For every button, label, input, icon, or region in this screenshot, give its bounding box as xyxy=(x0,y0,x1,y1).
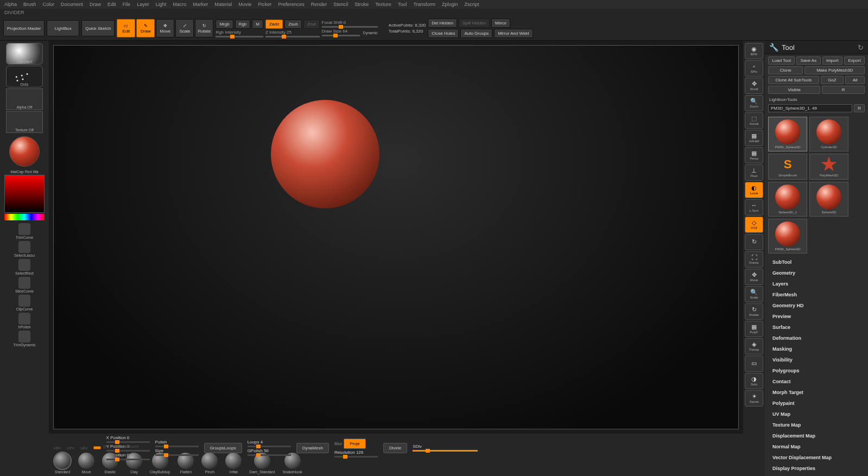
rotate-mode-button[interactable]: ↻Rotate xyxy=(195,19,213,37)
section-layers[interactable]: Layers xyxy=(765,278,868,289)
section-surface[interactable]: Surface xyxy=(765,322,868,333)
shelf-floor[interactable]: ⊥Floor xyxy=(745,164,763,181)
tool-cylinder3d[interactable]: Cylinder3D xyxy=(809,117,848,151)
draw-size-slider[interactable]: Draw Size 64 xyxy=(322,29,360,36)
shelf-aahalf[interactable]: ▦AAHalf xyxy=(745,130,763,146)
zadd-button[interactable]: Zadd xyxy=(265,20,283,29)
menu-preferences[interactable]: Preferences xyxy=(278,2,305,7)
edit-mode-button[interactable]: ▭Edit xyxy=(117,19,135,37)
rp-load-tool[interactable]: Load Tool xyxy=(768,56,795,65)
menu-render[interactable]: Render xyxy=(311,2,327,7)
section-visibility[interactable]: Visibility xyxy=(765,354,868,365)
menu-color[interactable]: Color xyxy=(43,2,55,7)
brush-standard[interactable]: Standard xyxy=(54,453,71,474)
section-normal-map[interactable]: Normal Map xyxy=(765,441,868,452)
tool-sphere3d[interactable]: Sphere3D xyxy=(809,182,848,217)
menu-zplugin[interactable]: Zplugin xyxy=(442,2,458,7)
shelf-frame[interactable]: ⛶Frame xyxy=(745,251,763,268)
tool-pm3d_sphere3d[interactable]: PM3D_Sphere3D xyxy=(768,219,807,253)
shelf-zoom[interactable]: 🔍Zoom xyxy=(745,95,763,111)
auto-groups-button[interactable]: Auto Groups xyxy=(460,29,492,38)
menu-marker[interactable]: Marker xyxy=(193,2,208,7)
focal-shift-slider[interactable]: Focal Shift 0 xyxy=(322,20,378,28)
section-uv-map[interactable]: UV Map xyxy=(765,409,868,420)
move-mode-button[interactable]: ✥Move xyxy=(156,19,174,37)
menu-alpha[interactable]: Alpha xyxy=(4,2,17,7)
hue-bar[interactable] xyxy=(4,214,45,220)
menu-document[interactable]: Document xyxy=(61,2,83,7)
section-unified-skin[interactable]: Unified Skin xyxy=(765,474,868,476)
r-button[interactable]: R xyxy=(854,104,865,112)
rgb-button[interactable]: Rgb xyxy=(235,20,251,29)
section-geometry[interactable]: Geometry xyxy=(765,268,868,278)
menu-stroke[interactable]: Stroke xyxy=(354,2,369,7)
menu-layer[interactable]: Layer xyxy=(137,2,149,7)
shelf-actual[interactable]: ⬚Actual xyxy=(745,112,763,129)
lightbox-button[interactable]: LightBox xyxy=(47,20,79,36)
material-swatch[interactable] xyxy=(9,136,40,167)
brush-swatch[interactable]: Standard xyxy=(6,43,43,65)
z-intensity-slider[interactable]: Z Intensity 25 xyxy=(265,30,320,37)
projection-master-button[interactable]: Projection Master xyxy=(3,20,45,36)
brush-inflat[interactable]: Inflat xyxy=(225,453,242,474)
menu-material[interactable]: Material xyxy=(214,2,232,7)
brush-move[interactable]: Move xyxy=(78,453,94,474)
shelf-scroll[interactable]: ✥Scroll xyxy=(745,78,763,94)
section-vector-displacement-map[interactable]: Vector Displacement Map xyxy=(765,452,868,463)
shelf-rotate[interactable]: ↻Rotate xyxy=(745,303,763,320)
shelf-l.sym[interactable]: ↔L.Sym xyxy=(745,199,763,215)
left-tool-slicecurve[interactable]: SliceCurve xyxy=(14,277,36,293)
section-subtool[interactable]: SubTool xyxy=(765,257,868,268)
rp-visible[interactable]: Visible xyxy=(768,86,820,94)
brush-elastic[interactable]: Elastic xyxy=(102,453,118,474)
left-tool-selectlasso[interactable]: SelectLasso xyxy=(14,241,36,257)
menu-zscript[interactable]: Zscript xyxy=(465,2,479,7)
rp-save-as[interactable]: Save As xyxy=(796,56,820,65)
shelf-transp[interactable]: ◈Transp xyxy=(745,338,763,354)
menu-edit[interactable]: Edit xyxy=(107,2,116,7)
shelf-xyz[interactable]: ◇XYZ xyxy=(745,217,763,233)
rp-clone-all-subtools[interactable]: Clone All SubTools xyxy=(768,76,819,84)
section-geometry-hd[interactable]: Geometry HD xyxy=(765,300,868,311)
left-tool-trimdynamic[interactable]: TrimDynamic xyxy=(14,331,36,347)
shelf-spix[interactable]: ▫SPix xyxy=(745,60,763,77)
left-tool-trimcurve[interactable]: TrimCurve xyxy=(14,223,36,239)
section-display-properties[interactable]: Display Properties xyxy=(765,463,868,474)
left-tool-clipcurve[interactable]: ClipCurve xyxy=(14,295,36,311)
section-deformation[interactable]: Deformation xyxy=(765,333,868,344)
menu-brush[interactable]: Brush xyxy=(23,2,36,7)
rp-r[interactable]: R xyxy=(822,86,865,94)
section-preview[interactable]: Preview xyxy=(765,311,868,322)
mrgb-button[interactable]: Mrgb xyxy=(216,20,233,29)
tool-pm3d_sphere3d[interactable]: PM3D_Sphere3D xyxy=(768,117,807,151)
shelf-xpose[interactable]: ✶Xpose xyxy=(745,390,763,407)
section-texture-map[interactable]: Texture Map xyxy=(765,420,868,430)
zsub-button[interactable]: Zsub xyxy=(284,20,302,29)
section-contact[interactable]: Contact xyxy=(765,376,868,387)
rp-export[interactable]: Export xyxy=(844,56,865,65)
close-holes-button[interactable]: Close Holes xyxy=(428,29,459,38)
tool-simplebrush[interactable]: SSimpleBrush xyxy=(768,154,807,180)
left-tool-selectrect[interactable]: SelectRect xyxy=(14,259,36,275)
menu-macro[interactable]: Macro xyxy=(173,2,186,7)
draw-mode-button[interactable]: ✎Draw xyxy=(136,19,155,37)
left-tool-hpolish[interactable]: hPolish xyxy=(14,313,36,329)
mesh-sphere[interactable] xyxy=(271,100,379,208)
del-hidden-button[interactable]: Del Hidden xyxy=(428,18,457,28)
color-picker[interactable] xyxy=(4,175,45,213)
rp-all[interactable]: All xyxy=(845,76,865,84)
rp-goz[interactable]: GoZ xyxy=(821,76,844,84)
brush-clay[interactable]: Clay xyxy=(126,453,142,474)
section-morph-target[interactable]: Morph Target xyxy=(765,387,868,398)
rgb-intensity-slider[interactable]: Rgb Intensity xyxy=(216,30,263,37)
dynamic-label[interactable]: Dynamic xyxy=(363,31,378,35)
split-hidden-button[interactable]: Split Hidden xyxy=(459,18,490,28)
shelf-local[interactable]: ◐Local xyxy=(745,182,763,198)
tool-sphere3d_1[interactable]: Sphere3D_1 xyxy=(768,182,807,217)
m-button[interactable]: M xyxy=(252,20,263,29)
x-position-slider[interactable]: X Position 0 xyxy=(106,435,150,443)
mirror-weld-button[interactable]: Mirror And Weld xyxy=(494,29,533,38)
menu-texture[interactable]: Texture xyxy=(375,2,391,7)
shelf-persp[interactable]: ▦Persp xyxy=(745,147,763,163)
section-polygroups[interactable]: Polygroups xyxy=(765,365,868,376)
